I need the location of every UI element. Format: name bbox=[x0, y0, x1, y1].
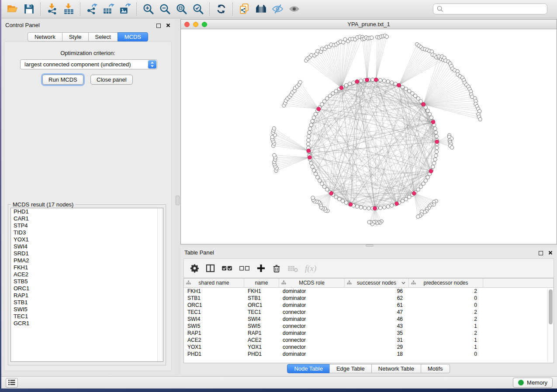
clone-icon bbox=[239, 3, 250, 15]
delete-table-button[interactable] bbox=[287, 264, 298, 273]
import-network-from-file-button[interactable] bbox=[44, 1, 60, 17]
unselect-all-columns-button[interactable] bbox=[239, 264, 250, 273]
mcds-list-scrollbar[interactable] bbox=[157, 208, 163, 361]
column-header-mcds-role[interactable]: MCDS role bbox=[279, 279, 345, 287]
search-input[interactable] bbox=[446, 6, 543, 12]
export-network-button[interactable] bbox=[83, 1, 100, 17]
main-toolbar-icons bbox=[4, 0, 302, 18]
mcds-result-item[interactable]: STP4 bbox=[11, 222, 163, 229]
mcds-result-item[interactable]: CAR1 bbox=[11, 215, 163, 222]
export-image-button[interactable] bbox=[117, 1, 133, 17]
close-panel-button[interactable] bbox=[548, 250, 553, 256]
cell-predecessor-nodes: 1 bbox=[409, 323, 483, 330]
table-row[interactable]: ACE2ACE2connector311 bbox=[184, 337, 554, 344]
mcds-result-item[interactable]: TID3 bbox=[11, 229, 163, 236]
table-row[interactable]: YOX1YOX1connector291 bbox=[184, 344, 554, 351]
zoom-selected-button[interactable] bbox=[190, 1, 206, 17]
cell-predecessor-nodes: 2 bbox=[409, 288, 483, 295]
column-header-shared-name[interactable]: shared name bbox=[184, 279, 244, 287]
tab-network-table[interactable]: Network Table bbox=[371, 364, 421, 373]
mcds-result-item[interactable]: FKH1 bbox=[11, 264, 163, 271]
close-panel-action-button[interactable]: Close panel bbox=[90, 75, 133, 85]
mcds-result-item[interactable]: PMA2 bbox=[11, 257, 163, 264]
mcds-result-item[interactable]: SRD1 bbox=[11, 250, 163, 257]
select-all-columns-button[interactable] bbox=[221, 264, 232, 273]
mcds-result-item[interactable]: ORC1 bbox=[11, 285, 163, 292]
cell-predecessor-nodes: 0 bbox=[409, 302, 483, 309]
mcds-result-list[interactable]: PHD1CAR1STP4TID3YOX1SWI4SRD1PMA2FKH1ACE2… bbox=[10, 208, 163, 362]
table-row[interactable]: SWI4SWI4dominator462 bbox=[184, 316, 554, 323]
show-all-button[interactable] bbox=[286, 1, 302, 17]
search-box[interactable] bbox=[433, 3, 547, 14]
tab-motifs[interactable]: Motifs bbox=[421, 364, 450, 373]
table-scrollbar-thumb[interactable] bbox=[549, 289, 553, 324]
save-session-button[interactable] bbox=[21, 1, 37, 17]
float-panel-button[interactable] bbox=[539, 251, 543, 255]
run-mcds-button[interactable]: Run MCDS bbox=[42, 75, 83, 85]
cell-shared-name: TEC1 bbox=[184, 309, 244, 316]
cell-name: YOX1 bbox=[244, 344, 279, 351]
column-header-name[interactable]: name bbox=[244, 279, 279, 287]
toggle-panel-layout-button[interactable] bbox=[206, 264, 215, 273]
float-icon bbox=[539, 251, 543, 255]
import-table-from-file-button[interactable] bbox=[60, 1, 77, 17]
table-row[interactable]: SWI5SWI5connector431 bbox=[184, 323, 554, 330]
zoom-fit-content-button[interactable] bbox=[173, 1, 190, 17]
mcds-result-item[interactable]: SWI4 bbox=[11, 243, 163, 250]
network-canvas[interactable] bbox=[181, 29, 557, 244]
mcds-result-item[interactable]: YOX1 bbox=[11, 236, 163, 243]
mcds-result-item[interactable]: GCR1 bbox=[11, 320, 163, 327]
open-session-button[interactable] bbox=[4, 1, 21, 17]
list-icon bbox=[8, 379, 15, 387]
mcds-result-item[interactable]: PHD1 bbox=[11, 208, 163, 215]
eye-slash-icon bbox=[272, 3, 284, 15]
float-panel-button[interactable] bbox=[156, 24, 161, 28]
column-header-successor-nodes[interactable]: successor nodes bbox=[345, 279, 409, 287]
export-table-button[interactable] bbox=[100, 1, 117, 17]
ui-settings-button[interactable] bbox=[6, 378, 18, 388]
apply-preferred-layout-button[interactable] bbox=[213, 1, 229, 17]
tab-network[interactable]: Network bbox=[28, 32, 62, 41]
new-network-from-selection-button[interactable] bbox=[236, 1, 253, 17]
change-table-mode-button[interactable] bbox=[190, 264, 199, 273]
optimization-criterion-select[interactable]: largest connected component (undirected) bbox=[20, 59, 157, 69]
table-row[interactable]: TEC1TEC1connector472 bbox=[184, 309, 554, 316]
cell-shared-name: YOX1 bbox=[184, 344, 244, 351]
delete-columns-button[interactable] bbox=[272, 264, 281, 273]
create-new-column-button[interactable] bbox=[256, 264, 266, 273]
mcds-result-item[interactable]: RAP1 bbox=[11, 292, 163, 299]
table-row[interactable]: FKH1FKH1dominator962 bbox=[184, 288, 554, 295]
tab-select[interactable]: Select bbox=[88, 32, 118, 41]
hide-selected-button[interactable] bbox=[269, 1, 286, 17]
mcds-result-item[interactable]: SWI5 bbox=[11, 306, 163, 313]
vertical-splitter[interactable] bbox=[175, 19, 180, 375]
network-window-titlebar[interactable]: YPA_prune.txt_1 bbox=[181, 20, 557, 29]
tab-node-table[interactable]: Node Table bbox=[287, 364, 330, 373]
first-neighbors-button[interactable] bbox=[253, 1, 269, 17]
mcds-result-item[interactable]: STB5 bbox=[11, 278, 163, 285]
table-row[interactable]: RAP1RAP1dominator352 bbox=[184, 330, 554, 337]
memory-button[interactable]: Memory bbox=[513, 378, 553, 388]
splitter-grip[interactable] bbox=[176, 196, 180, 205]
mcds-result-item[interactable]: TEC1 bbox=[11, 313, 163, 320]
binoculars-icon bbox=[255, 3, 267, 15]
function-builder-button[interactable]: f(x) bbox=[305, 264, 316, 273]
zoom-out-button[interactable] bbox=[156, 1, 173, 17]
zoom-in-button[interactable] bbox=[140, 1, 156, 17]
cell-successor-nodes: 62 bbox=[345, 295, 409, 302]
close-panel-button[interactable] bbox=[166, 22, 170, 29]
table-row[interactable]: PHD1PHD1dominator180 bbox=[184, 351, 554, 358]
tab-edge-table[interactable]: Edge Table bbox=[329, 364, 372, 373]
cell-predecessor-nodes: 2 bbox=[409, 309, 483, 316]
mcds-result-item[interactable]: ACE2 bbox=[11, 271, 163, 278]
mcds-result-item[interactable]: STB1 bbox=[11, 299, 163, 306]
tab-style[interactable]: Style bbox=[62, 32, 89, 41]
column-header-predecessor-nodes[interactable]: predecessor nodes bbox=[409, 279, 483, 287]
status-bar: Memory bbox=[1, 376, 557, 389]
cell-mcds-role: connector bbox=[279, 309, 345, 316]
tab-mcds[interactable]: MCDS bbox=[118, 32, 148, 41]
table-scrollbar[interactable] bbox=[547, 288, 553, 362]
table-row[interactable]: ORC1ORC1dominator610 bbox=[184, 302, 554, 309]
cell-name: PHD1 bbox=[244, 351, 279, 358]
table-row[interactable]: STB1STB1dominator620 bbox=[184, 295, 554, 302]
